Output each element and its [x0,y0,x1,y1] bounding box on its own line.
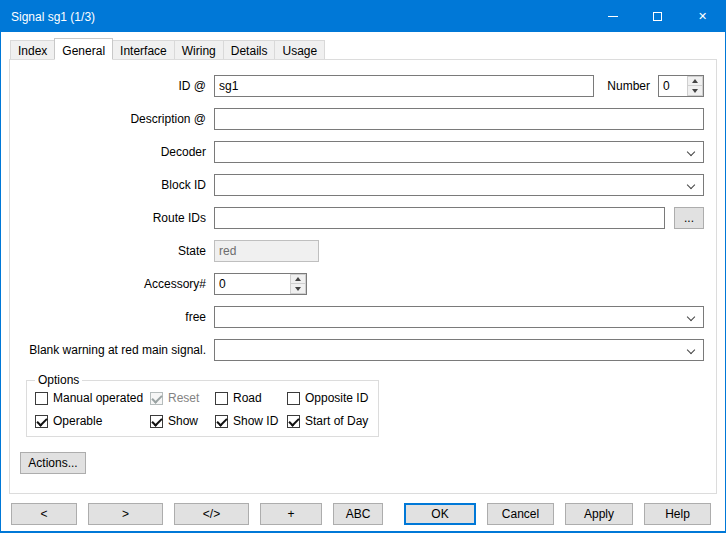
prev-button[interactable]: < [11,503,77,525]
signal-properties-dialog: Signal sg1 (1/3) ✕ Index General Interfa… [0,0,726,533]
decoder-combobox[interactable] [214,141,704,163]
checkbox-icon [35,415,48,428]
close-button[interactable]: ✕ [680,1,725,32]
accessory-row: Accessory# [20,273,704,295]
checkbox-label: Show [168,414,198,428]
general-tab-panel: ID @ Number Description @ Decoder [9,59,717,494]
description-row: Description @ [20,108,704,130]
accessory-spin-down-button[interactable] [290,284,306,294]
ok-button[interactable]: OK [404,503,476,525]
checkbox-label: Manual operated [53,391,143,405]
checkbox-icon [287,392,300,405]
reset-checkbox: Reset [150,391,215,405]
checkbox-icon [150,392,163,405]
description-input[interactable] [214,108,704,130]
checkbox-icon [215,415,228,428]
checkbox-label: Show ID [233,414,278,428]
free-label: free [20,310,206,324]
accessory-label: Accessory# [20,277,206,291]
road-checkbox[interactable]: Road [215,391,287,405]
id-input[interactable] [214,75,594,97]
decoder-label: Decoder [20,145,206,159]
spin-up-icon [692,79,698,83]
maximize-button[interactable] [635,1,680,32]
spin-down-icon [692,89,698,93]
spin-up-icon [295,277,301,281]
tab-general[interactable]: General [54,38,113,60]
accessory-spin-up-button[interactable] [290,274,306,284]
opposite-id-checkbox[interactable]: Opposite ID [287,391,370,405]
next-button[interactable]: > [88,503,163,525]
tab-interface[interactable]: Interface [112,40,175,59]
add-button[interactable]: + [260,503,322,525]
decoder-row: Decoder [20,141,704,163]
window-controls: ✕ [590,1,725,32]
dropdown-chevron-icon [687,148,695,156]
checkbox-icon [150,415,163,428]
options-legend: Options [35,373,82,387]
checkbox-label: Opposite ID [305,391,368,405]
show-id-checkbox[interactable]: Show ID [215,414,287,428]
checkbox-label: Reset [168,391,199,405]
checkbox-icon [215,392,228,405]
number-spin-down-button[interactable] [687,86,703,96]
route-ids-row: Route IDs ... [20,207,704,229]
apply-button[interactable]: Apply [565,503,633,525]
options-groupbox: Options Manual operated Reset Road Oppos… [26,373,379,437]
minimize-icon [608,16,618,17]
free-combobox[interactable] [214,306,704,328]
maximize-icon [653,12,662,21]
block-id-combobox[interactable] [214,174,704,196]
footer-button-bar: < > </> + ABC OK Cancel Apply Help [1,494,725,531]
tab-index[interactable]: Index [10,40,55,59]
number-input[interactable] [659,76,687,96]
cancel-button[interactable]: Cancel [487,503,554,525]
route-ids-label: Route IDs [20,211,206,225]
operable-checkbox[interactable]: Operable [35,414,150,428]
tab-details[interactable]: Details [223,40,276,59]
description-label: Description @ [20,112,206,126]
xml-button[interactable]: </> [174,503,249,525]
actions-button[interactable]: Actions... [20,452,86,474]
number-spinner [658,75,704,97]
blank-warning-row: Blank warning at red main signal. [20,339,704,361]
checkbox-label: Operable [53,414,102,428]
checkbox-icon [35,392,48,405]
help-button[interactable]: Help [644,503,711,525]
dropdown-chevron-icon [687,313,695,321]
accessory-spinner [214,273,307,295]
show-checkbox[interactable]: Show [150,414,215,428]
blank-warning-label: Blank warning at red main signal. [20,343,206,357]
id-label: ID @ [20,79,206,93]
tab-bar: Index General Interface Wiring Details U… [1,32,725,59]
manual-operated-checkbox[interactable]: Manual operated [35,391,150,405]
route-ids-input[interactable] [214,207,665,229]
block-id-row: Block ID [20,174,704,196]
minimize-button[interactable] [590,1,635,32]
accessory-input[interactable] [215,274,290,294]
id-row: ID @ Number [20,75,704,97]
actions-row: Actions... [20,452,704,474]
checkbox-icon [287,415,300,428]
dropdown-chevron-icon [687,181,695,189]
state-label: State [20,244,206,258]
state-input [214,240,319,262]
window-title: Signal sg1 (1/3) [1,10,95,24]
checkbox-label: Road [233,391,262,405]
options-grid: Manual operated Reset Road Opposite ID O… [35,391,370,428]
block-id-label: Block ID [20,178,206,192]
tab-usage[interactable]: Usage [274,40,325,59]
tab-wiring[interactable]: Wiring [174,40,224,59]
start-of-day-checkbox[interactable]: Start of Day [287,414,370,428]
accessory-spin-buttons [290,274,306,294]
checkbox-label: Start of Day [305,414,368,428]
state-row: State [20,240,704,262]
number-spin-up-button[interactable] [687,76,703,86]
free-row: free [20,306,704,328]
number-spin-buttons [687,76,703,96]
title-bar[interactable]: Signal sg1 (1/3) ✕ [1,1,725,32]
route-ids-browse-button[interactable]: ... [674,207,704,229]
spin-down-icon [295,287,301,291]
blank-warning-combobox[interactable] [214,339,704,361]
abc-button[interactable]: ABC [333,503,383,525]
